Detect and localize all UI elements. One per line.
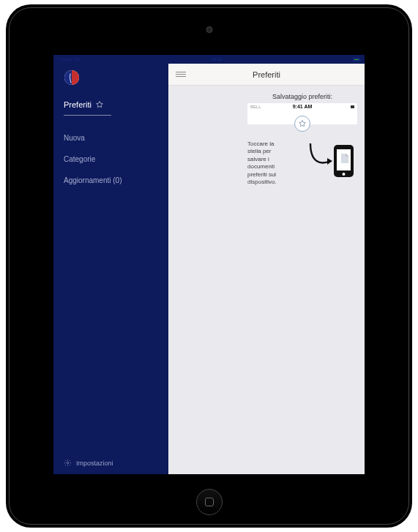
sidebar-divider [64,115,111,116]
sidebar-item-label: Nuova [64,134,85,142]
sidebar: Preferiti Nuova Categorie Aggiornamenti … [53,64,168,474]
home-button[interactable] [196,489,223,515]
help-text: Toccare la stella per salvare i document… [247,141,288,186]
content-title: Preferiti [253,70,280,79]
mock-carrier: BELL [250,105,261,109]
settings-label: Impostazioni [76,460,113,467]
tablet-frame: Orange SM 09:41 [6,4,412,528]
favorites-help-card: Salvataggio preferiti: BELL 9:41 AM [247,93,357,467]
help-title: Salvataggio preferiti: [247,93,357,100]
mock-time: 9:41 AM [293,104,313,109]
svg-point-1 [67,462,69,464]
status-right [353,58,360,61]
content-body: Salvataggio preferiti: BELL 9:41 AM [168,86,365,474]
sidebar-item-label: Categorie [64,155,95,163]
gear-icon [64,459,72,467]
content-panel: Preferiti Salvataggio preferiti: BELL 9:… [168,64,365,474]
sidebar-item-new[interactable]: Nuova [64,127,158,149]
svg-point-4 [343,173,346,176]
star-icon [298,119,307,128]
hamburger-icon[interactable] [176,70,186,78]
sidebar-active-item[interactable]: Preferiti [64,100,158,115]
tablet-edge: Orange SM 09:41 [9,7,409,525]
camera-dot [206,26,212,33]
star-icon [95,100,104,109]
mock-battery-icon [351,105,354,108]
sidebar-active-label: Preferiti [64,100,92,109]
content-header: Preferiti [168,64,365,86]
app-screen: Orange SM 09:41 [53,55,365,474]
mock-phone-bar: BELL 9:41 AM [247,103,357,124]
sidebar-item-categories[interactable]: Categorie [64,149,158,170]
settings-button[interactable]: Impostazioni [64,459,113,467]
favorite-star-button[interactable] [294,116,310,132]
ios-status-bar: Orange SM 09:41 [53,55,365,64]
carrier-label: Orange SM [58,57,81,61]
arrow-to-device [294,141,357,181]
clock-label: 09:41 [211,57,222,61]
battery-icon [353,58,360,61]
sidebar-item-label: Aggiornamenti (0) [64,176,122,184]
sidebar-item-updates[interactable]: Aggiornamenti (0) [64,170,158,191]
app-logo-icon [64,70,80,86]
